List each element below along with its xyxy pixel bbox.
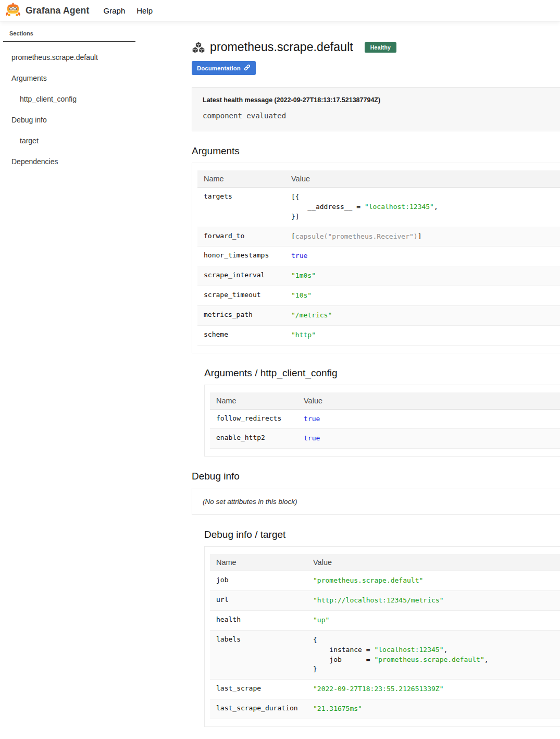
sidebar-item-link[interactable]: Arguments xyxy=(11,74,47,82)
http-client-config-box: NameValuefollow_redirectstrueenable_http… xyxy=(204,385,560,457)
attribute-name-cell: labels xyxy=(210,630,307,679)
arguments-box: NameValuetargets[{ __address__ = "localh… xyxy=(192,163,560,353)
attribute-value-cell: [{ __address__ = "localhost:12345", }] xyxy=(285,188,560,227)
code-value: true xyxy=(304,434,560,444)
grafana-agent-logo-icon xyxy=(5,2,21,19)
code-value: "1m0s" xyxy=(291,271,560,281)
code-value: [capsule("prometheus.Receiver")] xyxy=(291,232,560,242)
attribute-value-cell: "http" xyxy=(285,325,560,345)
attribute-value-cell: "prometheus.scrape.default" xyxy=(307,571,560,591)
external-link-icon xyxy=(244,64,251,72)
table-row: scrape_timeout"10s" xyxy=(197,286,560,306)
sidebar-item-target: target xyxy=(3,130,192,151)
code-value: [{ __address__ = "localhost:12345", }] xyxy=(291,192,560,222)
health-status-badge: Healthy xyxy=(365,42,396,53)
attribute-name-cell: job xyxy=(210,571,307,591)
documentation-button-label: Documentation xyxy=(197,65,241,71)
latest-health-message-box: Latest health message (2022-09-27T18:13:… xyxy=(192,87,560,131)
nav-link-help[interactable]: Help xyxy=(131,3,158,18)
table-row: scheme"http" xyxy=(197,325,560,345)
sidebar-item-link[interactable]: prometheus.scrape.default xyxy=(11,53,98,61)
column-header: Name xyxy=(197,170,285,188)
code-value: "prometheus.scrape.default" xyxy=(313,576,560,586)
code-value: "2022-09-27T18:23:55.212651339Z" xyxy=(313,684,560,694)
arguments-table: NameValuetargets[{ __address__ = "localh… xyxy=(197,170,560,346)
table-row: enable_http2true xyxy=(210,429,560,449)
attribute-value-cell: true xyxy=(285,247,560,266)
attribute-name-cell: last_scrape xyxy=(210,680,307,699)
http-client-config-table: NameValuefollow_redirectstrueenable_http… xyxy=(210,392,560,449)
column-header: Name xyxy=(210,392,297,410)
component-title-row: prometheus.scrape.default Healthy xyxy=(192,40,560,54)
attribute-name-cell: url xyxy=(210,591,307,611)
code-value: true xyxy=(291,251,560,261)
code-value: "/metrics" xyxy=(291,311,560,321)
header-brand[interactable]: Grafana Agent xyxy=(5,2,90,19)
sidebar-item-link[interactable]: http_client_config xyxy=(20,95,77,103)
table-row: job"prometheus.scrape.default" xyxy=(210,571,560,591)
code-value: true xyxy=(304,414,560,424)
table-row: targets[{ __address__ = "localhost:12345… xyxy=(197,188,560,227)
attribute-name-cell: metrics_path xyxy=(197,305,285,325)
table-row: last_scrape"2022-09-27T18:23:55.21265133… xyxy=(210,680,560,699)
table-header-row: NameValue xyxy=(210,392,560,410)
attribute-name-cell: scheme xyxy=(197,325,285,345)
sidebar-item-dependencies: Dependencies xyxy=(3,151,192,172)
sections-title: Sections xyxy=(3,30,135,42)
sidebar-item-prometheus-scrape-default: prometheus.scrape.default xyxy=(3,47,192,68)
sections-list: prometheus.scrape.defaultArgumentshttp_c… xyxy=(3,47,192,172)
http-client-config-heading: Arguments / http_client_config xyxy=(204,367,560,379)
attribute-value-cell: { instance = "localhost:12345", job = "p… xyxy=(307,630,560,679)
attribute-value-cell: "21.31675ms" xyxy=(307,699,560,719)
sidebar-item-link[interactable]: Debug info xyxy=(11,116,47,124)
top-header: Grafana Agent Graph Help xyxy=(0,0,560,21)
brand-title: Grafana Agent xyxy=(26,5,90,16)
table-row: honor_timestampstrue xyxy=(197,247,560,266)
code-value: { instance = "localhost:12345", job = "p… xyxy=(313,635,560,674)
sidebar-item-debug-info: Debug info xyxy=(3,109,192,130)
documentation-button[interactable]: Documentation xyxy=(192,61,256,75)
debug-target-table: NameValuejob"prometheus.scrape.default"u… xyxy=(210,554,560,719)
column-header: Name xyxy=(210,554,307,571)
attribute-value-cell: "http://localhost:12345/metrics" xyxy=(307,591,560,611)
debug-info-empty-note: (No set attributes in this block) xyxy=(203,498,297,506)
attribute-name-cell: scrape_timeout xyxy=(197,286,285,306)
sections-sidebar: Sections prometheus.scrape.defaultArgume… xyxy=(0,21,192,172)
sidebar-item-link[interactable]: Dependencies xyxy=(11,157,58,166)
attribute-value-cell: "up" xyxy=(307,610,560,630)
nav-link-graph[interactable]: Graph xyxy=(98,3,131,18)
cubes-icon xyxy=(192,41,205,54)
attribute-name-cell: scrape_interval xyxy=(197,266,285,286)
column-header: Value xyxy=(285,170,560,188)
attribute-value-cell: "10s" xyxy=(285,286,560,306)
column-header: Value xyxy=(307,554,560,571)
table-row: scrape_interval"1m0s" xyxy=(197,266,560,286)
table-row: metrics_path"/metrics" xyxy=(197,305,560,325)
table-row: health"up" xyxy=(210,610,560,630)
code-value: "up" xyxy=(313,615,560,625)
table-header-row: NameValue xyxy=(210,554,560,571)
debug-info-heading: Debug info xyxy=(192,471,560,482)
sidebar-item-link[interactable]: target xyxy=(20,137,39,145)
column-header: Value xyxy=(297,392,560,410)
main-content: prometheus.scrape.default Healthy Docume… xyxy=(192,21,560,739)
table-header-row: NameValue xyxy=(197,170,560,188)
code-value: "http" xyxy=(291,330,560,340)
arguments-heading: Arguments xyxy=(192,145,560,157)
attribute-value-cell: true xyxy=(297,409,560,429)
attribute-name-cell: targets xyxy=(197,188,285,227)
page-title: prometheus.scrape.default xyxy=(210,40,353,54)
code-value: "http://localhost:12345/metrics" xyxy=(313,596,560,606)
debug-info-box: (No set attributes in this block) xyxy=(192,488,560,515)
debug-target-box: NameValuejob"prometheus.scrape.default"u… xyxy=(204,546,560,727)
table-row: forward_to[capsule("prometheus.Receiver"… xyxy=(197,227,560,247)
table-row: last_scrape_duration"21.31675ms" xyxy=(210,699,560,719)
table-row: labels{ instance = "localhost:12345", jo… xyxy=(210,630,560,679)
attribute-value-cell: "2022-09-27T18:23:55.212651339Z" xyxy=(307,680,560,699)
attribute-value-cell: "/metrics" xyxy=(285,305,560,325)
attribute-value-cell: [capsule("prometheus.Receiver")] xyxy=(285,227,560,247)
attribute-name-cell: health xyxy=(210,610,307,630)
attribute-value-cell: "1m0s" xyxy=(285,266,560,286)
sidebar-item-http-client-config: http_client_config xyxy=(3,89,192,109)
attribute-value-cell: true xyxy=(297,429,560,449)
